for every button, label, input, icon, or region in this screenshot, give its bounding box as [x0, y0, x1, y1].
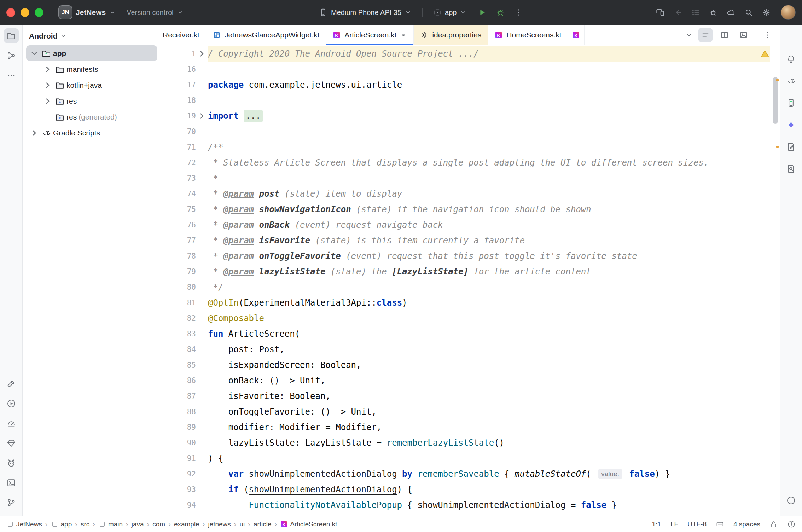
split-editor-button[interactable]: [717, 28, 732, 42]
minimize-window-button[interactable]: [21, 8, 29, 17]
profiler-button[interactable]: [4, 416, 19, 431]
tree-item-res[interactable]: res (generated): [26, 109, 157, 125]
breadcrumb-item[interactable]: KArticleScreen.kt: [280, 520, 337, 528]
line-number[interactable]: 72: [173, 158, 196, 167]
search-button[interactable]: [741, 5, 756, 20]
chevron-right-icon[interactable]: [29, 128, 40, 138]
editor-line-91[interactable]: 91) {: [161, 451, 770, 466]
ide-errors-icon[interactable]: [787, 520, 796, 528]
editor-line-85[interactable]: 85 isExpandedScreen: Boolean,: [161, 357, 770, 373]
breadcrumb-item[interactable]: main: [98, 520, 123, 528]
editor-line-80[interactable]: 80 */: [161, 279, 770, 295]
device-selector[interactable]: Medium Phone API 35: [314, 5, 416, 20]
project-view-selector[interactable]: Android: [23, 27, 161, 45]
close-tab-icon[interactable]: [400, 31, 407, 39]
gradle-button[interactable]: [784, 74, 798, 88]
logcat-button[interactable]: [4, 456, 19, 470]
tab-JetnewsGlanceAppWidget.kt[interactable]: JetnewsGlanceAppWidget.kt: [206, 25, 326, 45]
terminal-button[interactable]: [4, 475, 19, 490]
device-streaming-button[interactable]: [653, 5, 668, 20]
editor-line-84[interactable]: 84 post: Post,: [161, 342, 770, 357]
indent-setting[interactable]: 4 spaces: [733, 520, 760, 528]
version-control-button[interactable]: [4, 495, 19, 510]
editor-line-76[interactable]: 76 * @param onBack (event) request navig…: [161, 217, 770, 233]
gemini-button[interactable]: [784, 117, 798, 132]
editor-line-71[interactable]: 71/**: [161, 139, 770, 155]
line-number[interactable]: 88: [173, 407, 196, 416]
line-number[interactable]: 80: [173, 283, 196, 291]
editor-line-83[interactable]: 83fun ArticleScreen(: [161, 326, 770, 342]
structure-button[interactable]: [4, 48, 19, 63]
tab-idea.properties[interactable]: idea.properties: [414, 25, 488, 45]
chevron-right-icon[interactable]: [42, 81, 53, 90]
tree-item-gradle-scripts[interactable]: Gradle Scripts: [26, 125, 157, 141]
inspections-warning-icon[interactable]: [760, 49, 770, 59]
editor-line-1[interactable]: 1/ Copyright 2020 The Android Open Sourc…: [161, 46, 770, 62]
tree-item-kotlin-java[interactable]: kotlin+java: [26, 77, 157, 93]
line-number[interactable]: 83: [173, 330, 196, 338]
project-folder-button[interactable]: [4, 28, 19, 43]
editor-line-89[interactable]: 89 modifier: Modifier = Modifier,: [161, 420, 770, 435]
editor-line-88[interactable]: 88 onToggleFavorite: () -> Unit,: [161, 404, 770, 420]
bug-report-button[interactable]: [706, 5, 721, 20]
line-separator[interactable]: LF: [670, 520, 678, 528]
breadcrumb-item[interactable]: example: [174, 520, 199, 528]
find-document-button[interactable]: [784, 161, 798, 176]
more-tab-options-button[interactable]: [761, 28, 775, 42]
edit-document-button[interactable]: [784, 139, 798, 154]
line-number[interactable]: 17: [173, 81, 196, 89]
editor-line-86[interactable]: 86 onBack: () -> Unit,: [161, 373, 770, 388]
debug-button[interactable]: [493, 5, 508, 20]
editor-line-93[interactable]: 93 if (showUnimplementedActionDialog) {: [161, 482, 770, 497]
line-number[interactable]: 92: [173, 470, 196, 478]
line-number[interactable]: 75: [173, 205, 196, 214]
editor-line-19[interactable]: 19import ...: [161, 108, 770, 124]
device-manager-button[interactable]: [784, 96, 798, 110]
editor-list-button[interactable]: [698, 28, 713, 42]
scrollbar-thumb[interactable]: [773, 77, 778, 124]
breadcrumb-item[interactable]: java: [132, 520, 144, 528]
sync-button[interactable]: [723, 5, 738, 20]
keyboard-icon[interactable]: [716, 520, 724, 528]
line-number[interactable]: 79: [173, 267, 196, 276]
editor-line-72[interactable]: 72 * Stateless Article Screen that displ…: [161, 155, 770, 170]
editor-line-77[interactable]: 77 * @param isFavorite (state) is this i…: [161, 233, 770, 248]
line-number[interactable]: 73: [173, 174, 196, 183]
notifications-button[interactable]: [784, 52, 798, 66]
line-number[interactable]: 94: [173, 501, 196, 509]
editor-line-74[interactable]: 74 * @param post (state) item to display: [161, 186, 770, 202]
line-number[interactable]: 84: [173, 345, 196, 354]
build-button[interactable]: [4, 376, 19, 391]
line-number[interactable]: 81: [173, 299, 196, 307]
line-number[interactable]: 86: [173, 376, 196, 385]
line-number[interactable]: 70: [173, 127, 196, 136]
line-number[interactable]: 85: [173, 361, 196, 369]
line-number[interactable]: 91: [173, 454, 196, 463]
tree-item-app[interactable]: app: [26, 45, 157, 61]
editor-line-70[interactable]: 70: [161, 124, 770, 139]
tab-Receiver.kt[interactable]: Receiver.kt: [161, 25, 206, 45]
editor-line-82[interactable]: 82@Composable: [161, 311, 770, 326]
editor-line-90[interactable]: 90 lazyListState: LazyListState = rememb…: [161, 435, 770, 451]
line-number[interactable]: 77: [173, 236, 196, 245]
breadcrumb-item[interactable]: JetNews: [6, 520, 42, 528]
chevron-down-icon[interactable]: [29, 49, 40, 58]
line-number[interactable]: 89: [173, 423, 196, 432]
problems-button[interactable]: [784, 493, 798, 508]
line-number[interactable]: 78: [173, 252, 196, 260]
editor-scrollbar[interactable]: [773, 47, 778, 514]
error-stripe-mark[interactable]: [776, 79, 779, 81]
breadcrumb-item[interactable]: ui: [239, 520, 245, 528]
line-number[interactable]: 71: [173, 143, 196, 151]
vcs-widget[interactable]: Version control: [122, 6, 188, 19]
line-number[interactable]: 16: [173, 65, 196, 74]
editor-line-81[interactable]: 81@OptIn(ExperimentalMaterial3Api::class…: [161, 295, 770, 311]
cursor-position[interactable]: 1:1: [652, 520, 661, 528]
more-horizontal-button[interactable]: [4, 68, 19, 83]
editor-line-92[interactable]: 92 var showUnimplementedActionDialog by …: [161, 466, 770, 482]
line-number[interactable]: 1: [173, 50, 196, 58]
hidden-tabs-icon[interactable]: [685, 31, 693, 39]
chevron-right-icon[interactable]: [42, 97, 53, 106]
project-widget[interactable]: JN JetNews: [54, 2, 120, 22]
fold-marker-icon[interactable]: [197, 111, 207, 121]
